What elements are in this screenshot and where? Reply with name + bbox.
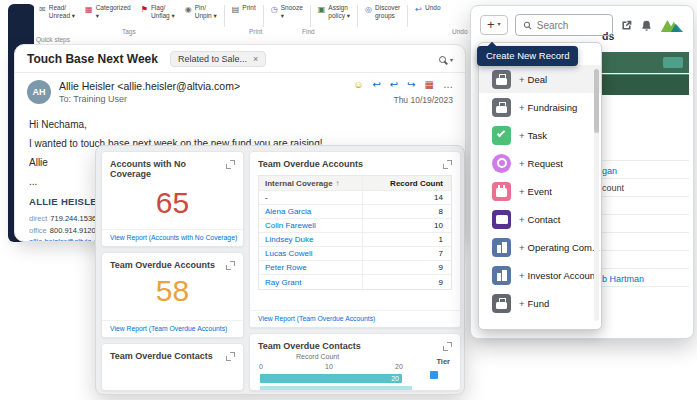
email-link[interactable]: allie.heisler@altvia.c... <box>29 237 104 242</box>
coverage-link[interactable]: Lucas Cowell <box>259 247 363 260</box>
clipped-record-text: count <box>602 183 624 193</box>
ribbon-separator <box>407 5 408 27</box>
view-report-link[interactable]: View Report (Accounts with No Coverage) <box>102 229 243 246</box>
ribbon-flag-unflag-button[interactable]: ⚑ Flag/Unflag ▾ <box>136 4 180 21</box>
fundraising-icon <box>492 98 511 117</box>
metric-value: 65 <box>102 186 243 220</box>
open-in-new-window-icon[interactable] <box>620 19 633 32</box>
coverage-link[interactable]: Colin Farewell <box>259 219 363 232</box>
x-tick: 0 <box>259 363 263 370</box>
view-report-link[interactable]: View Report (Team Overdue Accounts) <box>250 310 460 327</box>
menu-item-fundraising[interactable]: +Fundraising <box>479 93 601 121</box>
card-team-overdue-contacts-chart: Team Overdue Contacts Record Count 0 10 … <box>249 333 461 391</box>
expand-icon[interactable] <box>226 352 235 361</box>
card-accounts-no-coverage: Accounts with No Coverage 65 View Report… <box>101 151 244 247</box>
expand-icon[interactable] <box>443 342 452 351</box>
ribbon-group-print: Print <box>249 28 262 35</box>
table-row: -14 <box>259 191 451 205</box>
ribbon-categorized-button[interactable]: ▦ Categorized▾ <box>80 4 136 21</box>
printer-icon: ▤ <box>232 5 240 15</box>
policy-icon: ▣ <box>318 5 326 15</box>
notification-bell-icon[interactable] <box>640 19 653 32</box>
menu-item-event[interactable]: +Event <box>479 177 601 205</box>
message-date: Thu 10/19/2023 <box>353 95 453 105</box>
table-header: Internal Coverage↑ Record Count <box>259 176 451 191</box>
coverage-link[interactable]: Lindsey Duke <box>259 233 363 246</box>
categorize-icon: ▦ <box>85 5 93 15</box>
row-divider <box>595 250 689 251</box>
menu-item-fund[interactable]: +Fund <box>479 289 601 317</box>
clock-icon: ◷ <box>271 5 278 15</box>
global-header: + ▾ <box>471 6 693 43</box>
metric-value: 58 <box>102 274 243 308</box>
reply-all-icon[interactable]: ↩ <box>390 80 398 90</box>
create-new-record-tooltip: Create New Record <box>477 46 578 66</box>
reactions-icon[interactable]: ☺ <box>353 80 363 90</box>
pin-icon: ◉ <box>185 5 192 15</box>
coverage-link[interactable]: Ray Grant <box>259 275 363 289</box>
ribbon-undo-button[interactable]: ↩ Undo <box>410 4 445 15</box>
menu-item-task[interactable]: +Task <box>479 121 601 149</box>
row-divider <box>595 286 689 287</box>
row-divider <box>595 196 689 197</box>
coverage-table: Internal Coverage↑ Record Count -14 Alen… <box>258 175 452 290</box>
menu-item-deal[interactable]: +Deal <box>479 65 601 93</box>
office-phone: 800.914.9120 <box>50 226 96 235</box>
magnifier-icon <box>439 56 446 63</box>
expand-icon[interactable] <box>443 160 452 169</box>
search-input[interactable] <box>537 20 605 31</box>
menu-item-request[interactable]: +Request <box>479 149 601 177</box>
email-header: Touch Base Next Week Related to Sale... … <box>15 45 465 73</box>
ribbon-discover-groups-button[interactable]: ◎ Discovergroups <box>360 4 405 21</box>
row-divider <box>595 160 689 161</box>
ribbon-group-find: Find <box>302 28 315 35</box>
card-title: Team Overdue Accounts <box>110 260 215 270</box>
ribbon-label: Read/ <box>49 4 66 11</box>
ribbon-snooze-button[interactable]: ◷ Snooze▾ <box>266 4 308 21</box>
reply-icon[interactable]: ↩ <box>372 80 380 90</box>
ribbon-assign-policy-button[interactable]: ▣ Assignpolicy ▾ <box>313 4 355 21</box>
related-tab[interactable]: Related to Sale... × <box>170 51 266 67</box>
ribbon-print-button[interactable]: ▤ Print <box>227 4 261 15</box>
forward-icon[interactable]: ↪ <box>407 80 415 90</box>
global-search[interactable] <box>515 14 613 36</box>
table-header-button <box>663 57 683 68</box>
ribbon-separator <box>224 5 225 27</box>
expand-icon[interactable] <box>226 160 235 169</box>
row-divider <box>595 268 689 269</box>
chevron-down-icon: ▾ <box>450 56 453 63</box>
row-divider <box>595 178 689 179</box>
event-icon <box>492 182 511 201</box>
menu-item-operating-company[interactable]: +Operating Com... <box>479 233 601 261</box>
clipped-record-link[interactable]: gan <box>602 166 617 176</box>
menu-item-contact[interactable]: +Contact <box>479 205 601 233</box>
column-internal-coverage[interactable]: Internal Coverage↑ <box>259 176 363 190</box>
table-row: Peter Rowe9 <box>259 261 451 275</box>
plus-icon: + <box>487 17 495 33</box>
dropdown-scrollbar[interactable] <box>594 67 599 321</box>
more-actions-icon[interactable]: … <box>443 80 453 90</box>
ribbon-pin-unpin-button[interactable]: ◉ Pin/Unpin ▾ <box>180 4 222 21</box>
altvia-logo <box>660 18 684 33</box>
scrollbar-thumb[interactable] <box>594 69 599 133</box>
table-row: Colin Farewell10 <box>259 219 451 233</box>
records-table-header <box>595 52 689 96</box>
ribbon-separator <box>310 5 311 27</box>
clipped-record-link[interactable]: b Hartman <box>602 274 644 284</box>
chevron-down-icon: ▾ <box>498 21 501 28</box>
global-new-button[interactable]: + ▾ <box>480 15 508 36</box>
coverage-link[interactable]: Peter Rowe <box>259 261 363 274</box>
table-row: Alena Garcia8 <box>259 205 451 219</box>
legend-swatch <box>430 371 438 379</box>
ribbon-read-unread-button[interactable]: ✉ Read/Unread ▾ <box>34 4 80 21</box>
salesforce-panel: + ▾ ds <box>470 5 694 339</box>
close-icon[interactable]: × <box>253 55 258 64</box>
view-report-link[interactable]: View Report (Team Overdue Accounts) <box>102 320 243 337</box>
column-record-count[interactable]: Record Count <box>363 179 451 188</box>
coverage-link[interactable]: Alena Garcia <box>259 205 363 218</box>
zoom-control[interactable]: ▾ <box>439 56 453 63</box>
record-count-chart: Record Count 0 10 20 20 Tier <box>258 353 452 391</box>
expand-icon[interactable] <box>226 261 235 270</box>
menu-item-investor-account[interactable]: +Investor Account <box>479 261 601 289</box>
apps-icon[interactable]: ▦ <box>425 80 434 90</box>
